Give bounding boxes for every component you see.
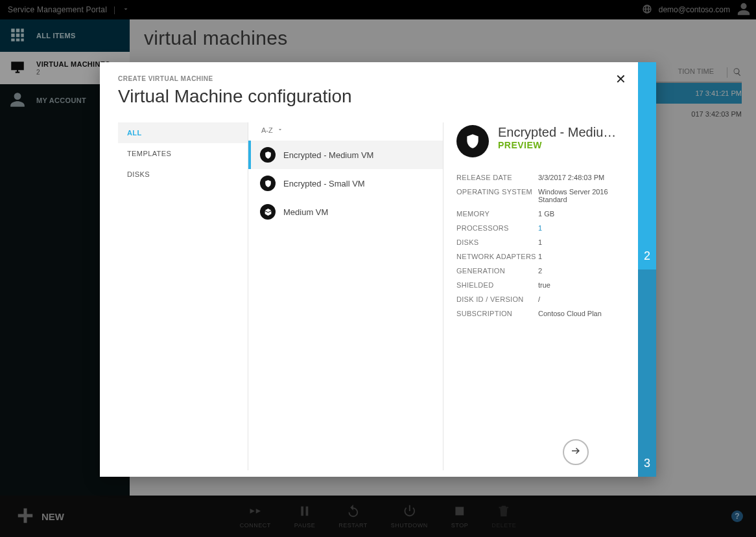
modal-main: CREATE VIRTUAL MACHINE Virtual Machine c… bbox=[100, 62, 638, 477]
spec-row: NETWORK ADAPTERS1 bbox=[456, 249, 621, 264]
spec-value: Contoso Cloud Plan bbox=[538, 306, 621, 321]
spec-key: DISK ID / VERSION bbox=[456, 292, 538, 306]
chevron-down-icon[interactable] bbox=[122, 5, 130, 15]
shield-icon bbox=[260, 176, 276, 191]
step-label: 2 bbox=[644, 249, 650, 263]
step-label: 3 bbox=[644, 457, 650, 470]
sidebar-item-all-items[interactable]: ALL ITEMS bbox=[0, 19, 130, 52]
sort-dropdown[interactable]: A-Z bbox=[248, 122, 443, 141]
modal-title: Virtual Machine configuration bbox=[118, 86, 624, 107]
cell-creation-time: 017 3:42:03 PM bbox=[691, 110, 742, 118]
spec-row: DISK ID / VERSION/ bbox=[456, 292, 621, 306]
spec-value: Windows Server 2016 Standard bbox=[538, 185, 621, 207]
action-label: PAUSE bbox=[294, 522, 315, 529]
spec-value: 3/3/2017 2:48:03 PM bbox=[538, 170, 621, 185]
sort-label: A-Z bbox=[261, 126, 273, 134]
new-button[interactable]: NEW bbox=[0, 496, 80, 537]
plus-icon bbox=[16, 506, 35, 527]
tab-all[interactable]: ALL bbox=[118, 122, 248, 143]
spec-value: 1 bbox=[538, 249, 621, 264]
step-2[interactable]: 2 bbox=[638, 62, 656, 269]
spec-value: 1 GB bbox=[538, 207, 621, 221]
spec-key: MEMORY bbox=[456, 207, 538, 221]
shield-icon bbox=[260, 147, 276, 163]
step-3[interactable]: 3 bbox=[638, 269, 656, 477]
trash-icon bbox=[497, 504, 511, 520]
template-label: Encrypted - Medium VM bbox=[283, 150, 373, 160]
create-vm-modal: CREATE VIRTUAL MACHINE Virtual Machine c… bbox=[100, 62, 656, 477]
spec-row: SUBSCRIPTIONContoso Cloud Plan bbox=[456, 306, 621, 321]
spec-row: RELEASE DATE3/3/2017 2:48:03 PM bbox=[456, 170, 621, 185]
user-email: demo@contoso.com bbox=[659, 5, 730, 14]
tab-templates[interactable]: TEMPLATES bbox=[118, 143, 248, 164]
stop-button[interactable]: STOP bbox=[451, 504, 468, 529]
close-icon[interactable]: ✕ bbox=[615, 71, 626, 87]
spec-key: OPERATING SYSTEM bbox=[456, 185, 538, 207]
modal-template-list: A-Z Encrypted - Medium VM Encrypted - Sm… bbox=[248, 122, 443, 470]
action-label: RESTART bbox=[338, 522, 368, 529]
spec-row: MEMORY1 GB bbox=[456, 207, 621, 221]
spec-key: SHIELDED bbox=[456, 278, 538, 292]
modal-left-tabs: ALL TEMPLATES DISKS bbox=[118, 122, 248, 470]
cube-icon bbox=[260, 204, 276, 220]
wizard-steps: 2 3 bbox=[638, 62, 656, 477]
globe-icon bbox=[642, 4, 652, 16]
sidebar-item-count: 2 bbox=[36, 69, 110, 76]
connect-button[interactable]: CONNECT bbox=[240, 504, 271, 529]
spec-key: SUBSCRIPTION bbox=[456, 306, 538, 321]
connect-icon bbox=[248, 504, 263, 520]
spec-row: DISKS1 bbox=[456, 235, 621, 249]
delete-button[interactable]: DELETE bbox=[491, 504, 516, 529]
next-button[interactable] bbox=[563, 439, 589, 465]
monitor-icon bbox=[9, 59, 26, 77]
user-menu[interactable]: demo@contoso.com bbox=[642, 2, 751, 18]
brand-title: Service Management Portal bbox=[8, 5, 107, 14]
detail-title: Encrypted - Medium … bbox=[498, 125, 621, 140]
template-item-encrypted-medium-vm[interactable]: Encrypted - Medium VM bbox=[248, 141, 443, 169]
modal-breadcrumb: CREATE VIRTUAL MACHINE bbox=[118, 75, 624, 82]
arrow-right-icon bbox=[570, 445, 582, 459]
spec-row: SHIELDEDtrue bbox=[456, 278, 621, 292]
modal-detail-panel: Encrypted - Medium … PREVIEW RELEASE DAT… bbox=[443, 122, 624, 470]
pause-icon bbox=[298, 504, 312, 520]
spec-value: / bbox=[538, 292, 621, 306]
action-bar: CONNECT PAUSE RESTART SHUTDOWN STOP DELE… bbox=[240, 504, 516, 529]
action-label: DELETE bbox=[491, 522, 516, 529]
help-label: ? bbox=[735, 512, 739, 521]
column-creation-time[interactable]: TION TIME bbox=[678, 67, 727, 78]
power-icon bbox=[402, 504, 416, 520]
restart-button[interactable]: RESTART bbox=[338, 504, 368, 529]
shield-icon bbox=[456, 125, 489, 157]
person-icon bbox=[9, 91, 26, 109]
spec-value: 2 bbox=[538, 264, 621, 278]
template-item-medium-vm[interactable]: Medium VM bbox=[248, 198, 443, 226]
tab-disks[interactable]: DISKS bbox=[118, 164, 248, 185]
topbar-divider: | bbox=[113, 5, 115, 14]
spec-row: PROCESSORS1 bbox=[456, 221, 621, 235]
spec-key: PROCESSORS bbox=[456, 221, 538, 235]
spec-key: DISKS bbox=[456, 235, 538, 249]
template-item-encrypted-small-vm[interactable]: Encrypted - Small VM bbox=[248, 169, 443, 198]
spec-value: true bbox=[538, 278, 621, 292]
action-label: SHUTDOWN bbox=[391, 522, 428, 529]
modal-backdrop: CREATE VIRTUAL MACHINE Virtual Machine c… bbox=[0, 0, 756, 537]
spec-key: GENERATION bbox=[456, 264, 538, 278]
stop-icon bbox=[453, 504, 467, 520]
help-button[interactable]: ? bbox=[731, 510, 743, 522]
new-button-label: NEW bbox=[41, 511, 64, 522]
shutdown-button[interactable]: SHUTDOWN bbox=[391, 504, 428, 529]
restart-icon bbox=[346, 504, 360, 520]
cell-creation-time: 17 3:41:21 PM bbox=[695, 89, 742, 97]
pause-button[interactable]: PAUSE bbox=[294, 504, 315, 529]
search-icon[interactable] bbox=[727, 67, 742, 78]
spec-row: OPERATING SYSTEMWindows Server 2016 Stan… bbox=[456, 185, 621, 207]
sidebar-item-label: MY ACCOUNT bbox=[36, 97, 86, 104]
topbar: Service Management Portal | demo@contoso… bbox=[0, 0, 756, 19]
detail-specs-table: RELEASE DATE3/3/2017 2:48:03 PMOPERATING… bbox=[456, 170, 621, 321]
spec-key: NETWORK ADAPTERS bbox=[456, 249, 538, 264]
sidebar-item-label: ALL ITEMS bbox=[36, 32, 76, 40]
chevron-down-icon bbox=[277, 126, 283, 134]
spec-value: 1 bbox=[538, 221, 621, 235]
preview-badge: PREVIEW bbox=[498, 140, 621, 150]
action-label: STOP bbox=[451, 522, 468, 529]
